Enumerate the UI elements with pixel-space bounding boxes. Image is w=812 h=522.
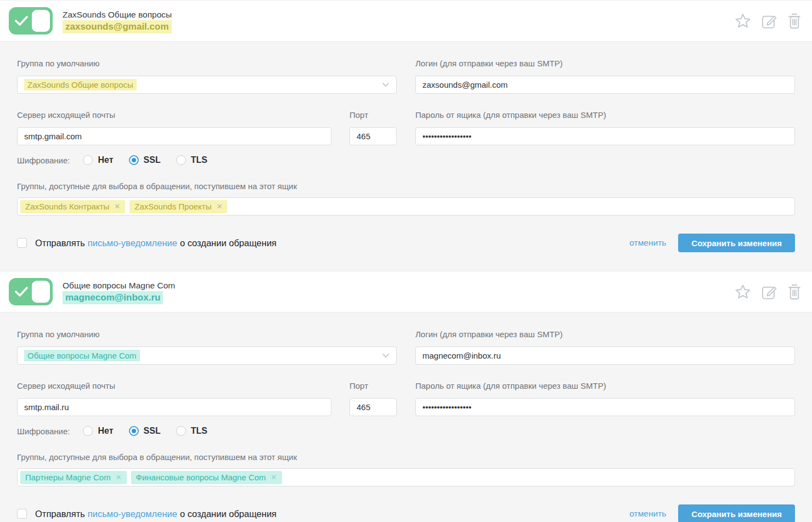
default-group-label: Группа по умолчанию (17, 59, 397, 68)
mailbox-panel-1: ZaxSounds Общие вопросы zaxsounds@gmail.… (0, 0, 812, 271)
group-tag-label: Финансовые вопросы Magne Com (136, 473, 266, 482)
default-group-label: Группа по умолчанию (17, 330, 397, 339)
edit-icon[interactable] (760, 283, 777, 300)
chevron-down-icon (382, 82, 390, 87)
login-label: Логин (для отправки через ваш SMTP) (415, 330, 795, 339)
radio-encryption-ssl[interactable]: SSL (129, 426, 161, 436)
encryption-label: Шифрование: (17, 427, 70, 436)
available-groups-label: Группы, доступные для выбора в обращении… (17, 452, 795, 462)
smtp-server-input[interactable] (17, 398, 331, 416)
encryption-radio-group: Шифрование: Нет SSL TLS (17, 424, 397, 438)
mailbox-panel-2: Общие вопросы Magne Com magnecom@inbox.r… (0, 271, 812, 522)
remove-tag-icon[interactable]: ✕ (114, 202, 120, 211)
notify-checkbox[interactable] (17, 509, 27, 519)
notify-label: Отправлятьписьмо-уведомлениео создании о… (35, 238, 277, 248)
group-tag: ZaxSounds Проекты ✕ (129, 200, 227, 213)
mailbox-header: Общие вопросы Magne Com magnecom@inbox.r… (0, 271, 812, 313)
remove-tag-icon[interactable]: ✕ (116, 473, 122, 481)
radio-circle (176, 426, 186, 436)
encryption-label: Шифрование: (17, 156, 70, 165)
mailbox-settings-form: Группа по умолчанию ZaxSounds Общие вопр… (0, 42, 812, 271)
group-tag: ZaxSounds Контракты ✕ (20, 200, 125, 213)
toggle-check-icon (14, 286, 29, 298)
toggle-knob (32, 10, 50, 32)
mailbox-heading: Общие вопросы Magne Com magnecom@inbox.r… (63, 280, 175, 304)
notify-checkbox[interactable] (17, 238, 27, 248)
trash-icon[interactable] (786, 283, 803, 300)
smtp-password-input[interactable] (415, 127, 795, 145)
port-label: Порт (349, 110, 397, 120)
default-group-select[interactable]: Общие вопросы Magne Com (17, 347, 397, 365)
group-tag-label: ZaxSounds Контракты (25, 202, 109, 211)
mailbox-email: magnecom@inbox.ru (63, 291, 163, 304)
smtp-login-input[interactable] (415, 76, 795, 94)
cancel-button[interactable]: отменить (629, 238, 666, 248)
group-tag: Партнеры Magne Com ✕ (20, 471, 127, 484)
smtp-login-input[interactable] (415, 347, 795, 365)
remove-tag-icon[interactable]: ✕ (217, 202, 223, 211)
group-tag-label: Партнеры Magne Com (25, 473, 111, 482)
group-tag: Финансовые вопросы Magne Com ✕ (131, 471, 282, 484)
mailbox-header: ZaxSounds Общие вопросы zaxsounds@gmail.… (0, 0, 812, 42)
toggle-knob (32, 281, 50, 303)
radio-encryption-none[interactable]: Нет (83, 426, 113, 436)
default-group-value: ZaxSounds Общие вопросы (24, 79, 137, 90)
notify-letter-link[interactable]: письмо-уведомление (88, 238, 177, 248)
toggle-check-icon (14, 15, 29, 27)
password-label: Пароль от ящика (для отправки через ваш … (415, 381, 795, 390)
cancel-button[interactable]: отменить (629, 509, 666, 519)
radio-circle (83, 426, 93, 436)
mailbox-enabled-toggle[interactable] (9, 278, 53, 305)
smtp-server-label: Сервер исходящей почты (17, 381, 331, 390)
mailbox-actions (734, 283, 803, 300)
notify-option: Отправлятьписьмо-уведомлениео создании о… (17, 238, 277, 248)
radio-circle (129, 155, 139, 165)
notify-label: Отправлятьписьмо-уведомлениео создании о… (35, 509, 277, 519)
radio-encryption-tls[interactable]: TLS (176, 155, 207, 165)
radio-encryption-ssl[interactable]: SSL (129, 155, 161, 165)
encryption-radio-group: Шифрование: Нет SSL TLS (17, 154, 397, 167)
edit-icon[interactable] (760, 12, 777, 30)
star-icon[interactable] (734, 283, 752, 300)
login-label: Логин (для отправки через ваш SMTP) (415, 59, 795, 68)
mailbox-title: ZaxSounds Общие вопросы (63, 9, 172, 20)
mailbox-actions (734, 12, 803, 30)
save-button[interactable]: Сохранить изменения (678, 234, 795, 252)
remove-tag-icon[interactable]: ✕ (271, 473, 277, 481)
port-label: Порт (349, 381, 397, 390)
smtp-server-input[interactable] (17, 127, 331, 145)
default-group-value: Общие вопросы Magne Com (24, 350, 140, 361)
password-label: Пароль от ящика (для отправки через ваш … (415, 110, 795, 120)
chevron-down-icon (382, 353, 390, 358)
smtp-server-label: Сервер исходящей почты (17, 110, 331, 120)
notify-letter-link[interactable]: письмо-уведомление (88, 509, 177, 519)
mailbox-heading: ZaxSounds Общие вопросы zaxsounds@gmail.… (63, 9, 172, 33)
mailbox-enabled-toggle[interactable] (9, 7, 53, 35)
radio-circle (176, 155, 186, 165)
notify-option: Отправлятьписьмо-уведомлениео создании о… (17, 509, 277, 519)
mailbox-settings-form: Группа по умолчанию Общие вопросы Magne … (0, 313, 812, 522)
radio-encryption-none[interactable]: Нет (83, 155, 113, 165)
mailbox-email: zaxsounds@gmail.com (63, 20, 172, 33)
available-groups-input[interactable]: ZaxSounds Контракты ✕ ZaxSounds Проекты … (17, 197, 795, 215)
radio-encryption-tls[interactable]: TLS (176, 426, 207, 436)
save-button[interactable]: Сохранить изменения (678, 504, 795, 522)
radio-circle (83, 155, 93, 165)
default-group-select[interactable]: ZaxSounds Общие вопросы (17, 76, 397, 94)
smtp-password-input[interactable] (415, 398, 795, 416)
available-groups-label: Группы, доступные для выбора в обращении… (17, 181, 795, 191)
trash-icon[interactable] (786, 12, 803, 30)
port-input[interactable] (349, 127, 397, 145)
star-icon[interactable] (734, 12, 752, 30)
radio-circle (129, 426, 139, 436)
available-groups-input[interactable]: Партнеры Magne Com ✕ Финансовые вопросы … (17, 468, 795, 486)
port-input[interactable] (349, 398, 397, 416)
group-tag-label: ZaxSounds Проекты (134, 202, 211, 211)
mailbox-title: Общие вопросы Magne Com (63, 280, 175, 291)
